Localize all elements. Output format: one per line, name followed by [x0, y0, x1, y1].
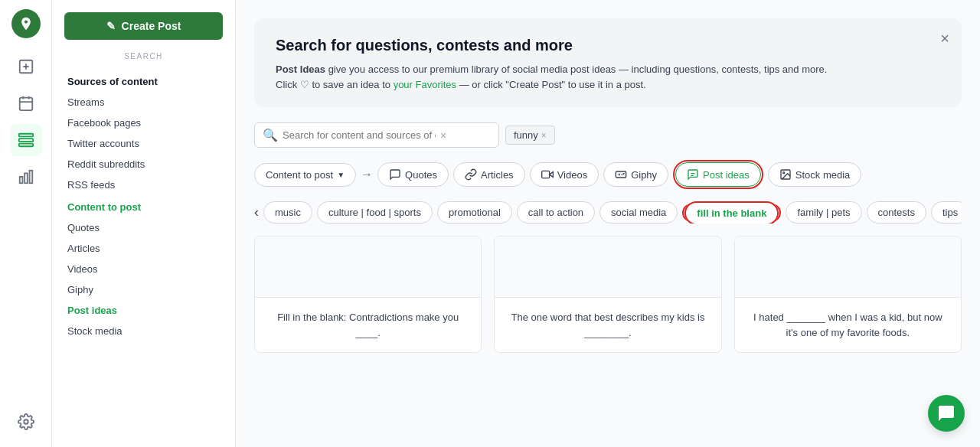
post-ideas-highlight-border: Post ideas — [673, 160, 763, 189]
category-family-pets[interactable]: family | pets — [786, 201, 861, 224]
dropdown-icon: ▼ — [337, 171, 345, 179]
category-back-button[interactable]: ‹ — [254, 204, 259, 220]
banner-description: Post Ideas give you access to our premiu… — [276, 62, 940, 92]
info-banner: Search for questions, contests and more … — [254, 18, 962, 107]
category-call-to-action[interactable]: call to action — [517, 201, 595, 224]
giphy-label: Giphy — [631, 169, 657, 181]
sidebar-item-rss[interactable]: RSS feeds — [52, 175, 235, 195]
svg-rect-4 — [18, 144, 32, 147]
gif-icon — [615, 168, 627, 181]
content-to-post-label: Content to post — [266, 169, 333, 181]
svg-rect-5 — [19, 177, 22, 183]
category-culture-food-sports[interactable]: culture | food | sports — [317, 201, 433, 224]
sidebar-item-articles[interactable]: Articles — [52, 238, 235, 259]
card-top-2 — [495, 237, 720, 298]
card-body-1: Fill in the blank: Contradictions make y… — [255, 298, 481, 352]
category-tips[interactable]: tips — [931, 201, 962, 224]
stock-media-label: Stock media — [795, 169, 851, 181]
sidebar-item-facebook[interactable]: Facebook pages — [52, 113, 235, 133]
sidebar-item-post-ideas[interactable]: Post ideas — [52, 300, 235, 321]
content-section-title: Content to post — [52, 195, 235, 217]
tag-remove-button[interactable]: × — [541, 130, 547, 141]
post-ideas-label: Post ideas — [703, 169, 750, 181]
sources-section-title: Sources of content — [52, 70, 235, 92]
filter-quotes-button[interactable]: Quotes — [377, 162, 449, 187]
filter-videos-button[interactable]: Videos — [530, 162, 599, 187]
sidebar-item-compose[interactable] — [10, 51, 42, 83]
app-logo[interactable] — [11, 9, 41, 38]
content-to-post-button[interactable]: Content to post ▼ — [254, 163, 356, 187]
search-input-wrap: 🔍 × — [254, 122, 499, 148]
sidebar-item-analytics[interactable] — [10, 161, 42, 193]
svg-rect-3 — [18, 139, 32, 142]
create-post-button[interactable]: ✎ Create Post — [64, 12, 223, 40]
sidebar-item-videos[interactable]: Videos — [52, 259, 235, 279]
card-top-1 — [255, 237, 481, 298]
arrow-separator: → — [361, 168, 373, 181]
svg-rect-1 — [19, 98, 32, 111]
svg-point-8 — [24, 419, 28, 424]
post-ideas-icon — [687, 168, 699, 181]
search-clear-button[interactable]: × — [440, 130, 446, 141]
filter-giphy-button[interactable]: Giphy — [603, 162, 668, 187]
link-icon — [465, 168, 477, 181]
search-row: 🔍 × funny × — [254, 122, 962, 148]
sidebar: ✎ Create Post SEARCH Sources of content … — [52, 0, 236, 447]
desc-part3: — or click "Create Post" to use it in a … — [456, 79, 646, 90]
svg-point-13 — [782, 172, 784, 174]
sidebar-item-calendar[interactable] — [10, 87, 42, 119]
svg-rect-2 — [18, 134, 32, 137]
desc-part2: Click ♡ to save an idea to — [276, 79, 394, 90]
image-icon — [779, 168, 792, 181]
video-icon — [541, 168, 554, 181]
sidebar-item-settings[interactable] — [10, 406, 42, 438]
search-tag-funny: funny × — [505, 126, 555, 145]
svg-rect-6 — [24, 173, 28, 183]
category-fill-in-blank[interactable]: fill in the blank — [684, 201, 779, 224]
filter-articles-button[interactable]: Articles — [453, 162, 525, 187]
main-content: Search for questions, contests and more … — [236, 0, 980, 447]
sidebar-item-quotes[interactable]: Quotes — [52, 217, 235, 238]
category-contests[interactable]: contests — [867, 201, 926, 224]
sidebar-item-twitter[interactable]: Twitter accounts — [52, 133, 235, 154]
content-cards: Fill in the blank: Contradictions make y… — [254, 236, 962, 353]
card-body-3: I hated _______ when I was a kid, but no… — [735, 298, 961, 352]
pencil-icon: ✎ — [106, 20, 116, 32]
category-promotional[interactable]: promotional — [437, 201, 512, 224]
icon-bar — [0, 0, 52, 447]
sidebar-item-giphy[interactable]: Giphy — [52, 279, 235, 300]
quote-icon — [389, 168, 401, 181]
category-music[interactable]: music — [263, 201, 312, 224]
sidebar-item-streams[interactable]: Streams — [52, 92, 235, 113]
chat-support-button[interactable] — [928, 395, 965, 432]
close-banner-button[interactable]: × — [940, 31, 949, 46]
fill-blank-highlight-border: fill in the blank — [682, 204, 781, 222]
videos-label: Videos — [557, 169, 588, 181]
card-top-3 — [735, 237, 961, 298]
search-icon: 🔍 — [263, 128, 278, 142]
sidebar-item-reddit[interactable]: Reddit subreddits — [52, 154, 235, 175]
banner-title: Search for questions, contests and more — [276, 37, 940, 54]
filter-stock-media-button[interactable]: Stock media — [768, 162, 862, 187]
content-card-3: I hated _______ when I was a kid, but no… — [734, 236, 962, 353]
sidebar-item-streams-icon[interactable] — [10, 124, 42, 156]
tag-label: funny — [514, 129, 538, 141]
search-section-label: SEARCH — [52, 52, 235, 60]
desc-body: give you access to our premium library o… — [325, 64, 827, 75]
content-card-2: The one word that best describes my kids… — [494, 236, 721, 353]
svg-rect-10 — [541, 171, 549, 178]
articles-label: Articles — [481, 169, 514, 181]
create-post-label: Create Post — [122, 20, 181, 32]
filter-post-ideas-button[interactable]: Post ideas — [675, 162, 761, 187]
svg-rect-11 — [616, 171, 626, 178]
category-social-media[interactable]: social media — [599, 201, 678, 224]
sidebar-item-stock-media[interactable]: Stock media — [52, 321, 235, 341]
post-ideas-bold: Post Ideas — [276, 64, 325, 75]
quotes-label: Quotes — [405, 169, 437, 181]
search-input[interactable] — [283, 129, 436, 141]
favorites-link[interactable]: your Favorites — [394, 79, 456, 90]
svg-marker-9 — [549, 172, 553, 178]
svg-rect-7 — [29, 171, 32, 184]
card-body-2: The one word that best describes my kids… — [495, 298, 720, 352]
category-row: ‹ music culture | food | sports promotio… — [254, 201, 962, 224]
